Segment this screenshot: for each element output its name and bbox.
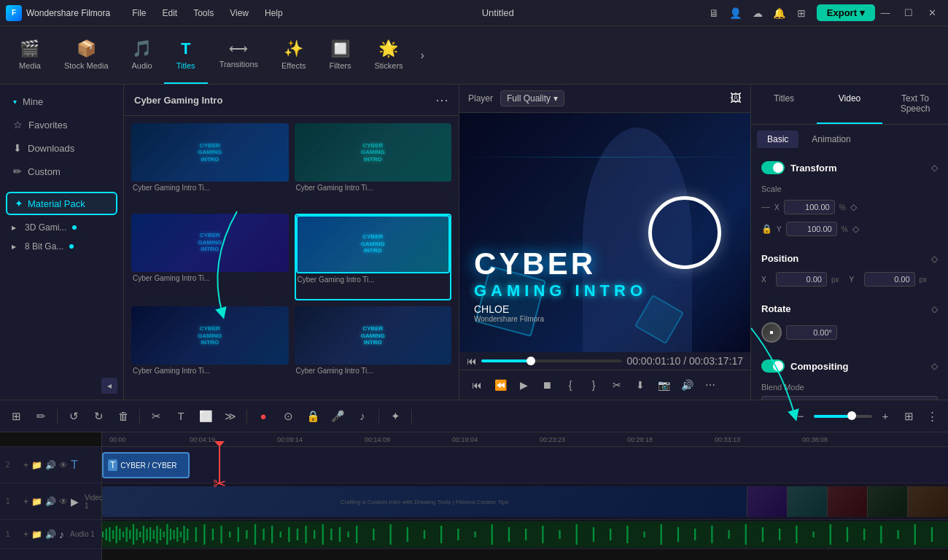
menu-tools[interactable]: Tools: [186, 5, 221, 21]
audio-wave-container[interactable]: [102, 521, 948, 548]
rotate-keyframe-icon[interactable]: ◇: [931, 304, 938, 314]
tl-text[interactable]: T: [171, 406, 191, 427]
tool-titles[interactable]: T Titles: [164, 26, 208, 84]
tab-text-to-speech[interactable]: Text To Speech: [882, 85, 948, 124]
tl-cut[interactable]: ✂: [146, 406, 166, 427]
tab-titles[interactable]: Titles: [751, 85, 817, 124]
cloud-icon[interactable]: ☁: [750, 5, 766, 21]
tl-settings[interactable]: ⋮: [922, 406, 942, 427]
notification-icon[interactable]: 🔔: [772, 5, 788, 21]
tool-transitions[interactable]: ⟷ Transitions: [208, 26, 270, 84]
tl-record[interactable]: ●: [253, 406, 273, 427]
panel-custom[interactable]: ✏ Custom: [6, 160, 117, 183]
toolbar-more[interactable]: ›: [415, 26, 430, 84]
player-snapshot[interactable]: 📷: [653, 375, 674, 395]
export-button[interactable]: Export ▾: [817, 4, 875, 21]
apps-icon[interactable]: ⊞: [793, 5, 809, 21]
tl-video-track-add[interactable]: +: [23, 497, 28, 507]
tl-audio-mute[interactable]: 🔊: [45, 529, 56, 540]
tl-lock[interactable]: 🔒: [303, 406, 323, 427]
tl-video-mute[interactable]: 🔊: [45, 497, 56, 507]
tool-media[interactable]: 🎬 Media: [7, 26, 53, 84]
menu-file[interactable]: File: [125, 5, 153, 21]
tl-track-add[interactable]: +: [23, 460, 28, 470]
tl-zoom-in[interactable]: +: [875, 406, 895, 427]
rotate-wheel[interactable]: [761, 322, 782, 343]
subtab-basic[interactable]: Basic: [757, 131, 799, 148]
tab-video[interactable]: Video: [817, 85, 882, 124]
tl-motion[interactable]: ⊙: [278, 406, 298, 427]
menu-help[interactable]: Help: [257, 5, 290, 21]
panel-material-pack[interactable]: ✦ Material Pack: [6, 192, 117, 215]
media-item-4[interactable]: CYBERGAMINGINTRO Cyber Gaming Intro Ti..…: [295, 214, 452, 301]
player-step-back[interactable]: ⏪: [490, 375, 510, 395]
player-prev-frame[interactable]: ⏮: [467, 375, 487, 395]
video-frames[interactable]: Crafting a Custom Intro with Drawing Too…: [102, 486, 948, 517]
panel-downloads[interactable]: ⬇ Downloads: [6, 136, 117, 160]
media-item-6[interactable]: CYBERGAMINGINTRO Cyber Gaming Intro Ti..…: [295, 306, 452, 391]
tl-delete[interactable]: 🗑: [113, 406, 133, 427]
menu-edit[interactable]: Edit: [155, 5, 185, 21]
tl-mic[interactable]: 🎤: [327, 406, 348, 427]
blend-mode-select[interactable]: Normal: [761, 396, 938, 400]
media-item-1[interactable]: CYBERGAMINGINTRO Cyber Gaming Intro Ti..…: [131, 123, 289, 208]
tl-edit[interactable]: ✏: [31, 406, 51, 427]
tl-track-folder[interactable]: 📁: [31, 460, 42, 470]
tool-stickers[interactable]: 🌟 Stickers: [362, 26, 414, 84]
media-panel-more[interactable]: ⋯: [435, 92, 448, 108]
media-item-3[interactable]: CYBERGAMINGINTRO Cyber Gaming Intro Ti..…: [131, 214, 289, 301]
tl-redo[interactable]: ↻: [88, 406, 109, 427]
account-icon[interactable]: 👤: [728, 5, 744, 21]
subtab-animation[interactable]: Animation: [801, 131, 860, 148]
player-progress-bar[interactable]: [481, 359, 622, 362]
scale-y-keyframe[interactable]: ◇: [852, 224, 859, 234]
window-minimize[interactable]: —: [875, 5, 895, 21]
tl-video-folder[interactable]: 📁: [31, 497, 42, 507]
tl-undo[interactable]: ↺: [63, 406, 84, 427]
tl-snap[interactable]: ✦: [385, 406, 405, 427]
player-mark-in[interactable]: {: [560, 375, 580, 395]
tl-track-visibility[interactable]: 👁: [59, 460, 68, 470]
minimize-icon[interactable]: 🖥: [706, 5, 722, 21]
tool-audio[interactable]: 🎵 Audio: [120, 26, 164, 84]
panel-mine-header[interactable]: ▾ Mine: [6, 90, 117, 113]
tl-music[interactable]: ♪: [352, 406, 373, 427]
transform-toggle[interactable]: [761, 161, 785, 174]
position-y-input[interactable]: [864, 272, 915, 287]
zoom-slider[interactable]: [814, 415, 872, 418]
panel-3d-gaming[interactable]: ▶ 3D Gami...: [0, 218, 123, 237]
player-stop[interactable]: ⏹: [537, 375, 557, 395]
tool-filters[interactable]: 🔲 Filters: [317, 26, 362, 84]
transform-keyframe-icon[interactable]: ◇: [931, 163, 938, 173]
tool-effects[interactable]: ✨ Effects: [270, 26, 317, 84]
panel-favorites[interactable]: ☆ Favorites: [6, 113, 117, 136]
tl-layout[interactable]: ⊞: [6, 406, 26, 427]
scale-y-input[interactable]: [786, 222, 837, 236]
player-mark-out[interactable]: }: [583, 375, 604, 395]
tl-video-visibility[interactable]: 👁: [59, 497, 68, 507]
scale-x-input[interactable]: [784, 200, 835, 214]
player-play[interactable]: ▶: [513, 375, 534, 395]
tl-grid[interactable]: ⊞: [898, 406, 919, 427]
tl-more[interactable]: ≫: [220, 406, 241, 427]
player-add-to-timeline[interactable]: ⬇: [630, 375, 650, 395]
player-seek-start[interactable]: ⏮: [467, 355, 477, 367]
tool-stock-media[interactable]: 📦 Stock Media: [53, 26, 120, 84]
menu-view[interactable]: View: [222, 5, 256, 21]
window-maximize[interactable]: ☐: [898, 5, 919, 21]
scale-x-keyframe[interactable]: ◇: [850, 202, 857, 212]
tl-zoom-out[interactable]: −: [790, 406, 811, 427]
compositing-toggle[interactable]: [761, 359, 785, 373]
collapse-button[interactable]: ◂: [101, 378, 117, 394]
window-close[interactable]: ✕: [922, 5, 942, 21]
player-volume[interactable]: 🔊: [677, 375, 697, 395]
player-photo-icon[interactable]: 🖼: [730, 92, 742, 105]
tl-audio-track-add[interactable]: +: [23, 529, 28, 540]
media-item-5[interactable]: CYBERGAMINGINTRO Cyber Gaming Intro Ti..…: [131, 306, 289, 391]
tl-crop[interactable]: ⬜: [195, 406, 216, 427]
position-x-input[interactable]: [776, 272, 827, 287]
title-clip[interactable]: T CYBER / CYBER: [102, 452, 190, 478]
player-quality-selector[interactable]: Full Quality ▾: [500, 90, 564, 106]
player-more-controls[interactable]: ⋯: [700, 375, 720, 395]
rotate-input[interactable]: [786, 325, 837, 340]
